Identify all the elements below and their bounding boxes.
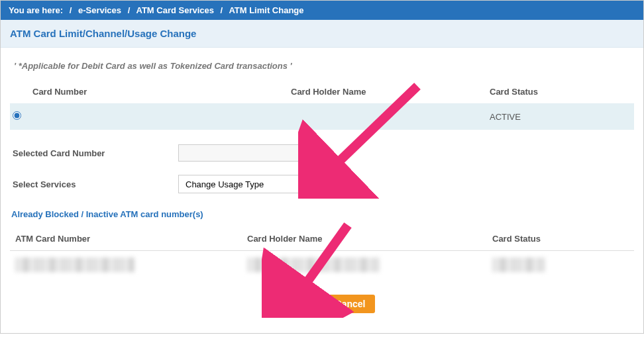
select-services-label: Select Services [13, 179, 178, 189]
select-services-row: Select Services Change Usage Type [10, 168, 634, 200]
button-row: Submit Cancel [10, 295, 634, 313]
header-card-number: Card Number [32, 87, 291, 97]
breadcrumb-separator: / [128, 5, 131, 15]
page-title-bar: ATM Card Limit/Channel/Usage Change [1, 20, 643, 48]
page-title: ATM Card Limit/Channel/Usage Change [10, 28, 634, 39]
cancel-button[interactable]: Cancel [326, 295, 375, 313]
selected-card-input[interactable] [178, 144, 311, 162]
blocked-inactive-heading: Already Blocked / Inactive ATM card numb… [11, 209, 633, 219]
submit-button[interactable]: Submit [270, 295, 319, 313]
header-card-holder: Card Holder Name [291, 87, 490, 97]
selected-card-row: Selected Card Number [10, 138, 634, 168]
blocked-table: ATM Card Number Card Holder Name Card St… [10, 227, 634, 279]
selected-card-label: Selected Card Number [13, 148, 178, 158]
card-table-header: Card Number Card Holder Name Card Status [10, 83, 634, 103]
breadcrumb-prefix: You are here: [9, 5, 63, 15]
blocked-table-header: ATM Card Number Card Holder Name Card St… [10, 227, 634, 251]
breadcrumb-item-atm-limit-change[interactable]: ATM Limit Change [229, 5, 303, 15]
card-row[interactable]: ACTIVE [10, 103, 634, 130]
select-services-dropdown[interactable]: Change Usage Type [178, 175, 317, 193]
blocked-status-value [492, 258, 629, 272]
card-select-radio[interactable] [13, 111, 21, 120]
breadcrumb-separator: / [221, 5, 223, 15]
breadcrumb-separator: / [70, 5, 72, 15]
breadcrumb-item-eservices[interactable]: e-Services [78, 5, 121, 15]
header-card-status: Card Status [490, 87, 631, 97]
blocked-holder-value [247, 258, 492, 272]
applicable-note: ' *Applicable for Debit Card as well as … [14, 61, 630, 71]
blocked-number-value [15, 258, 247, 272]
breadcrumb: You are here: / e-Services / ATM Card Se… [1, 1, 643, 20]
card-table: Card Number Card Holder Name Card Status… [10, 83, 634, 130]
blocked-header-holder: Card Holder Name [247, 234, 492, 244]
card-status-value: ACTIVE [490, 112, 631, 122]
breadcrumb-item-atm-card-services[interactable]: ATM Card Services [136, 5, 214, 15]
blocked-header-status: Card Status [492, 234, 629, 244]
blocked-row [10, 251, 634, 279]
blocked-header-number: ATM Card Number [15, 234, 247, 244]
